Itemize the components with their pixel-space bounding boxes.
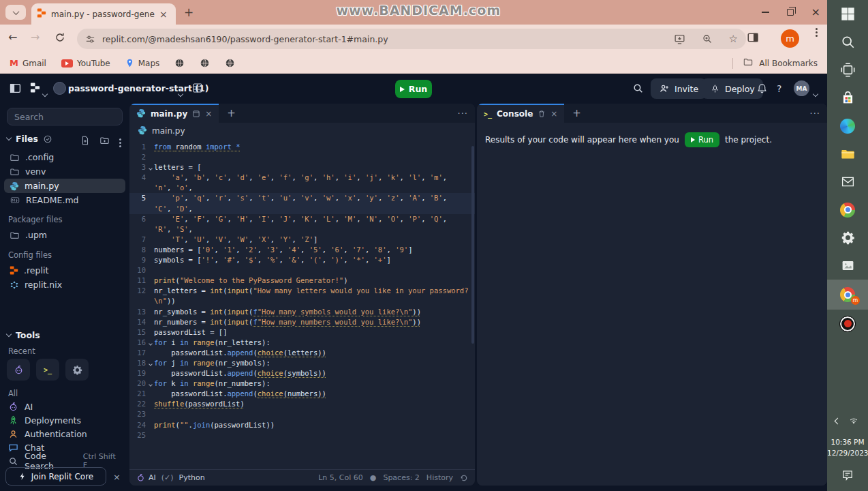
bell-icon[interactable] — [756, 83, 768, 97]
spaces-setting[interactable]: Spaces: 2 — [383, 473, 419, 482]
tray-chevron-icon[interactable] — [834, 417, 841, 424]
code-line-25[interactable]: 25 — [129, 430, 475, 441]
action-center-icon[interactable] — [827, 469, 868, 481]
files-header[interactable]: Files — [7, 134, 52, 144]
zoom-icon[interactable] — [702, 33, 713, 44]
tool-item-code-search[interactable]: Code SearchCtrl Shift F — [0, 454, 129, 468]
pane-icon[interactable] — [192, 110, 200, 118]
new-tab-icon[interactable]: + — [572, 107, 581, 119]
tool-item-authentication[interactable]: Authentication — [0, 427, 129, 441]
chevron-down-icon[interactable] — [179, 86, 183, 99]
tab-close-icon[interactable]: × — [205, 109, 212, 119]
bookmark-gmail[interactable]: MGmail — [10, 58, 46, 68]
trash-icon[interactable] — [538, 110, 546, 118]
file-item-README.md[interactable]: README.md — [4, 193, 125, 207]
dismiss-join-icon[interactable]: × — [113, 472, 121, 482]
tool-item-deployments[interactable]: Deployments — [0, 413, 129, 427]
close-button[interactable]: × — [811, 7, 820, 18]
project-name[interactable]: password-generator-start (1) — [68, 83, 208, 93]
deploy-button[interactable]: Deploy — [702, 78, 763, 99]
tab-close-icon[interactable]: × — [551, 109, 557, 119]
fold-chevron-icon[interactable] — [146, 338, 154, 348]
forward-button[interactable]: → — [31, 31, 40, 44]
code-line-20[interactable]: 20for k in range(nr_numbers): — [129, 378, 475, 389]
new-tab-icon[interactable]: + — [227, 107, 236, 119]
task-view-button[interactable] — [827, 56, 868, 84]
code-line-13[interactable]: 13nr_symbols = int(input(f"How many symb… — [129, 307, 475, 317]
bookmark-star-icon[interactable]: ☆ — [729, 33, 738, 45]
fold-chevron-icon[interactable] — [146, 162, 154, 173]
reload-button[interactable] — [55, 32, 65, 46]
code-editor[interactable]: 1from random import *23letters = [4 'a',… — [129, 140, 475, 469]
recent-tool-ai[interactable] — [7, 359, 30, 381]
tab-search-button[interactable] — [5, 5, 26, 20]
file-item-.upm[interactable]: .upm — [4, 228, 125, 242]
install-icon[interactable] — [674, 33, 685, 45]
settings-icon[interactable] — [827, 224, 868, 252]
new-file-icon[interactable] — [80, 136, 90, 145]
chrome-active-icon[interactable]: m — [827, 280, 868, 310]
bandicam-record-icon[interactable] — [827, 310, 868, 338]
ai-status[interactable]: AI — [136, 473, 156, 482]
sidebar-toggle-icon[interactable] — [10, 83, 21, 97]
chrome-icon[interactable] — [827, 196, 868, 224]
code-line-19[interactable]: 19 passwordList.append(choice(symbols)) — [129, 368, 475, 378]
bookmark-globe[interactable] — [174, 58, 185, 68]
photos-icon[interactable] — [827, 252, 868, 280]
editor-tab-mainpy[interactable]: main.py × — [129, 104, 219, 123]
file-item-main.py[interactable]: main.py — [4, 179, 125, 193]
kebab-menu-icon[interactable] — [119, 134, 121, 147]
code-line-21[interactable]: 21 passwordList.append(choice(numbers)) — [129, 389, 475, 399]
user-avatar[interactable]: MA — [794, 80, 809, 96]
fold-chevron-icon[interactable] — [146, 378, 154, 389]
file-item-.replit[interactable]: .replit — [4, 263, 125, 278]
history-icon[interactable] — [460, 474, 468, 482]
browser-menu-icon[interactable] — [816, 31, 818, 33]
tab-close-icon[interactable]: × — [159, 10, 168, 19]
microsoft-store-icon[interactable] — [827, 84, 868, 112]
recent-tool-shell[interactable]: >_ — [36, 359, 59, 381]
layout-icon[interactable] — [192, 83, 203, 96]
code-line-2[interactable]: 2 — [129, 152, 475, 162]
code-line-11[interactable]: 11print("Welcome to the PyPassword Gener… — [129, 276, 475, 286]
minimize-button[interactable] — [762, 12, 769, 13]
url-text[interactable]: replit.com/@madeshsan6190/password-gener… — [102, 34, 667, 44]
console-run-button[interactable]: Run — [685, 132, 719, 147]
file-item-.config[interactable]: .config — [4, 150, 125, 164]
browser-profile-avatar[interactable]: m — [781, 29, 799, 48]
run-button[interactable]: Run — [395, 80, 432, 98]
file-item-replit.nix[interactable]: replit.nix — [4, 278, 125, 292]
code-line-14[interactable]: 14nr_numbers = int(input(f"How many numb… — [129, 317, 475, 327]
back-button[interactable]: ← — [8, 31, 17, 44]
code-line-18[interactable]: 18for j in range(nr_symbols): — [129, 358, 475, 368]
code-line-22[interactable]: 22shuffle(passwordList) — [129, 399, 475, 409]
help-icon[interactable]: ? — [777, 83, 781, 94]
taskbar-clock[interactable]: 10:36 PM 12/29/2023 — [827, 436, 868, 458]
recent-tool-gear[interactable] — [65, 359, 89, 381]
site-settings-icon[interactable] — [85, 34, 95, 44]
address-bar[interactable]: replit.com/@madeshsan6190/password-gener… — [77, 29, 746, 49]
editor-scrollbar[interactable] — [471, 146, 474, 344]
code-line-1[interactable]: 1from random import * — [129, 142, 475, 152]
taskbar-search-button[interactable] — [827, 28, 868, 56]
code-line-12[interactable]: 12nr_letters = int(input("How many lette… — [129, 286, 475, 306]
bookmark-youtube[interactable]: YouTube — [61, 59, 110, 68]
browser-tab[interactable]: main.py - password-generator- × — [31, 3, 176, 25]
mail-icon[interactable] — [827, 168, 868, 196]
bookmark-maps[interactable]: Maps — [125, 58, 160, 68]
code-line-9[interactable]: 9symbols = ['!', '#', '$', '%', '&', '('… — [129, 255, 475, 265]
bookmark-globe[interactable] — [225, 58, 235, 68]
edge-icon[interactable] — [827, 112, 868, 140]
code-line-15[interactable]: 15passwordList = [] — [129, 327, 475, 338]
fold-chevron-icon[interactable] — [146, 358, 154, 368]
code-line-3[interactable]: 3letters = [ — [129, 162, 475, 173]
code-line-10[interactable]: 10 — [129, 265, 475, 276]
tools-header[interactable]: Tools — [7, 330, 40, 340]
restore-button[interactable] — [787, 9, 794, 16]
file-item-venv[interactable]: venv — [4, 164, 125, 179]
search-icon[interactable] — [632, 83, 644, 97]
tool-item-ai[interactable]: AI — [0, 400, 129, 413]
bookmark-globe[interactable] — [200, 58, 210, 68]
code-line-24[interactable]: 24print("".join(passwordList)) — [129, 420, 475, 430]
code-line-4[interactable]: 4 'a', 'b', 'c', 'd', 'e', 'f', 'g', 'h'… — [129, 173, 475, 193]
